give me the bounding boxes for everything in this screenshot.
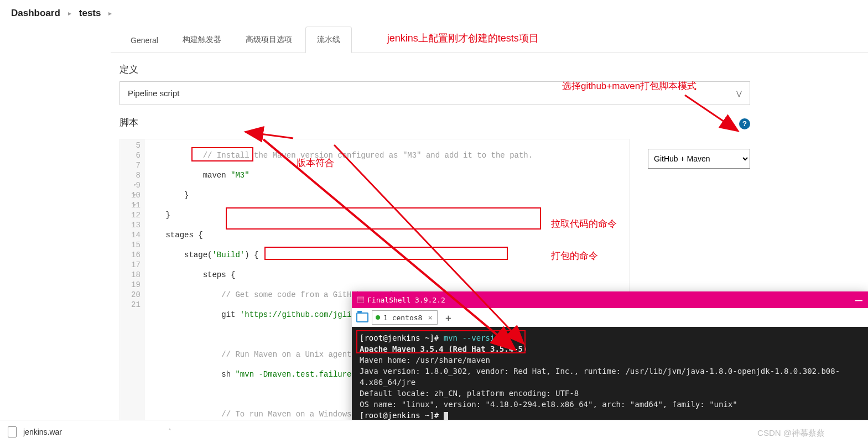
download-bar: jenkins.war ˄ — [0, 420, 868, 443]
tab-advanced[interactable]: 高级项目选项 — [235, 27, 303, 53]
template-select-wrap: GitHub + Maven — [648, 149, 750, 169]
download-filename[interactable]: jenkins.war — [23, 428, 62, 436]
terminal-tab-label: 1 centos8 — [383, 314, 422, 322]
tab-pipeline[interactable]: 流水线 — [305, 27, 352, 53]
app-icon — [357, 296, 364, 303]
annotation-select-mode: 选择github+maven打包脚本模式 — [562, 80, 697, 92]
terminal-title: FinalShell 3.9.2.2 — [367, 296, 445, 304]
terminal-body[interactable]: [root@jenkins ~]# mvn --version Apache M… — [352, 327, 868, 426]
annotation-git-cmd: 拉取代码的命令 — [551, 217, 617, 230]
minimize-icon[interactable]: — — [855, 297, 862, 303]
chevron-right-icon: ▸ — [108, 9, 112, 17]
script-label: 脚本 — [119, 116, 138, 129]
redbox-mvn-version — [356, 330, 526, 353]
chevron-up-icon[interactable]: ˄ — [168, 428, 171, 435]
definition-label: 定义 — [119, 63, 859, 76]
definition-value: Pipeline script — [128, 88, 179, 98]
annotation-top: jenkins上配置刚才创建的tests项目 — [387, 32, 539, 48]
template-select[interactable]: GitHub + Maven — [648, 149, 750, 169]
annotation-version: 版本符合 — [297, 157, 334, 169]
breadcrumb-project[interactable]: tests — [79, 8, 101, 19]
cursor-icon — [444, 412, 448, 420]
terminal-tab[interactable]: 1 centos8 × — [372, 310, 438, 325]
terminal-titlebar[interactable]: FinalShell 3.9.2.2 — — [352, 291, 868, 308]
terminal-tabbar: 1 centos8 × + — [352, 308, 868, 327]
terminal-window: FinalShell 3.9.2.2 — 1 centos8 × + [root… — [352, 291, 868, 426]
new-tab-button[interactable]: + — [441, 312, 456, 324]
config-tabs: General 构建触发器 高级项目选项 流水线 jenkins上配置刚才创建的… — [111, 27, 868, 53]
breadcrumb: Dashboard ▸ tests ▸ — [0, 0, 868, 27]
watermark: CSDN @神慕蔡蔡 — [757, 428, 825, 439]
tab-build-triggers[interactable]: 构建触发器 — [171, 27, 232, 53]
editor-gutter: 5678 91011 1213141516 1718192021 — [120, 139, 145, 443]
close-icon[interactable]: × — [428, 313, 432, 322]
chevron-down-icon: ⋁ — [736, 90, 742, 97]
status-dot-icon — [376, 315, 380, 320]
chevron-right-icon: ▸ — [68, 9, 71, 17]
help-icon[interactable]: ? — [739, 118, 750, 129]
breadcrumb-dashboard[interactable]: Dashboard — [11, 8, 60, 19]
tab-general[interactable]: General — [119, 28, 169, 53]
annotation-pkg-cmd: 打包的命令 — [551, 249, 598, 262]
file-icon — [8, 426, 17, 437]
folder-icon[interactable] — [356, 312, 368, 322]
